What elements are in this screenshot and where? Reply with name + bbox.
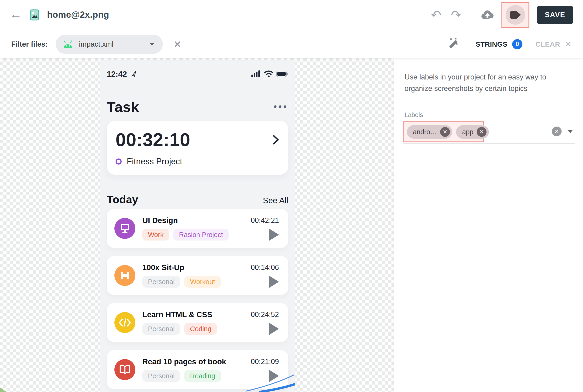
save-button[interactable]: SAVE (537, 6, 573, 24)
task-tag: Personal (142, 323, 180, 335)
monitor-icon (114, 218, 135, 239)
book-icon (114, 359, 135, 380)
see-all-link[interactable]: See All (263, 196, 288, 205)
label-chip[interactable]: app ✕ (456, 125, 489, 139)
screenshot-preview[interactable]: 12:42 (100, 60, 295, 392)
wave-decoration (246, 374, 295, 392)
timer-project-name: Fitness Project (127, 156, 182, 166)
screenshot-editor-app: ← home@2x.png ↶ ↷ (0, 0, 583, 392)
task-card[interactable]: Learn HTML & CSS 00:24:52 PersonalCoding (107, 303, 288, 342)
corner-artifact-bottom-left (0, 387, 6, 392)
today-title: Today (107, 193, 138, 206)
strings-count-badge: 0 (512, 39, 523, 50)
labels-caption: Labels (405, 112, 575, 119)
task-tag: Reading (184, 370, 221, 382)
task-title: 100x Sit-Up (142, 263, 184, 272)
undo-icon[interactable]: ↶ (429, 9, 443, 21)
android-icon (63, 40, 73, 48)
header-left-group: ← home@2x.png (10, 9, 109, 20)
timer-project-row: Fitness Project (115, 156, 279, 166)
upload-cloud-icon[interactable] (481, 8, 494, 22)
labels-button-highlight (502, 2, 530, 28)
status-bar-icons (251, 70, 288, 77)
today-section-header: Today See All (107, 193, 288, 206)
file-filter-dropdown[interactable]: impact.xml (56, 35, 163, 54)
header-bar: ← home@2x.png ↶ ↷ (0, 0, 583, 30)
remove-file-filter-icon[interactable]: ✕ (174, 40, 181, 49)
editor-canvas: 12:42 (0, 58, 583, 392)
redo-icon[interactable]: ↷ (449, 9, 463, 21)
filter-files-label: Filter files: (11, 40, 48, 48)
task-card[interactable]: UI Design 00:42:21 WorkRasion Project (107, 209, 288, 248)
image-file-icon (30, 9, 39, 20)
selected-file-name: impact.xml (79, 40, 140, 48)
cellular-signal-icon (251, 70, 261, 77)
more-menu-icon[interactable]: ••• (274, 102, 288, 111)
battery-icon (276, 70, 288, 77)
task-tag: Personal (142, 276, 180, 288)
play-icon[interactable] (269, 229, 279, 241)
filter-right-group: STRINGS 0 CLEAR ✕ (446, 37, 572, 52)
remove-label-icon[interactable]: ✕ (440, 127, 450, 137)
labels-description: Use labels in your project for an easy w… (405, 71, 575, 94)
location-arrow-icon (130, 70, 137, 78)
labels-dropdown-caret[interactable] (568, 130, 573, 133)
code-icon (114, 312, 135, 333)
timer-value: 00:32:10 (115, 129, 190, 150)
phone-screen-title: Task (107, 98, 139, 115)
labels-button[interactable] (506, 5, 525, 25)
clear-all-labels-icon[interactable]: ✕ (552, 126, 562, 136)
remove-label-icon[interactable]: ✕ (477, 127, 487, 137)
play-icon[interactable] (269, 276, 279, 288)
wifi-icon (264, 70, 273, 77)
task-time: 00:24:52 (251, 310, 279, 319)
task-title: UI Design (142, 216, 178, 225)
chevron-right-icon[interactable] (273, 135, 279, 145)
filter-bar: Filter files: impact.xml ✕ (0, 30, 583, 58)
task-time: 00:42:21 (251, 216, 279, 225)
filter-divider (468, 38, 468, 51)
clear-x-icon[interactable]: ✕ (565, 40, 572, 48)
project-ring-icon (115, 158, 122, 164)
chevron-down-icon (149, 43, 154, 46)
labels-input-field[interactable]: andro… ✕ app ✕ ✕ (405, 120, 575, 144)
label-chips-highlight: andro… ✕ app ✕ (403, 122, 484, 142)
back-arrow-icon[interactable]: ← (10, 8, 22, 20)
play-icon[interactable] (269, 323, 279, 335)
task-title: Learn HTML & CSS (142, 310, 212, 319)
task-tag: Personal (142, 370, 180, 382)
label-tag-icon (509, 10, 522, 20)
label-chip-text: app (462, 128, 473, 136)
task-card[interactable]: 100x Sit-Up 00:14:06 PersonalWorkout (107, 256, 288, 295)
strings-toggle[interactable]: STRINGS (476, 40, 508, 48)
phone-header: Task ••• (107, 98, 288, 115)
label-chip-text: andro… (413, 128, 437, 136)
task-time: 00:14:06 (251, 263, 279, 272)
field-underline (403, 143, 575, 144)
task-tag: Coding (184, 323, 217, 335)
document-title: home@2x.png (47, 10, 109, 20)
dumbbell-icon (114, 265, 135, 286)
active-timer-card[interactable]: 00:32:10 Fitness Project (107, 121, 288, 175)
magic-wand-icon[interactable] (446, 37, 461, 52)
phone-status-bar: 12:42 (107, 69, 288, 79)
filter-left-group: Filter files: impact.xml ✕ (11, 35, 181, 54)
task-title: Read 10 pages of book (142, 357, 226, 366)
task-tag: Rasion Project (173, 229, 229, 240)
header-divider (472, 8, 472, 22)
status-bar-time: 12:42 (107, 70, 127, 78)
task-tag: Work (142, 229, 169, 240)
task-list: UI Design 00:42:21 WorkRasion Project 10… (107, 209, 288, 389)
labels-side-panel: Use labels in your project for an easy w… (394, 58, 583, 392)
clear-button[interactable]: CLEAR (536, 40, 560, 48)
label-chip[interactable]: andro… ✕ (407, 125, 452, 139)
header-right-group: ↶ ↷ SAVE (429, 0, 573, 30)
task-time: 00:21:09 (251, 358, 279, 366)
task-tag: Workout (184, 276, 220, 288)
